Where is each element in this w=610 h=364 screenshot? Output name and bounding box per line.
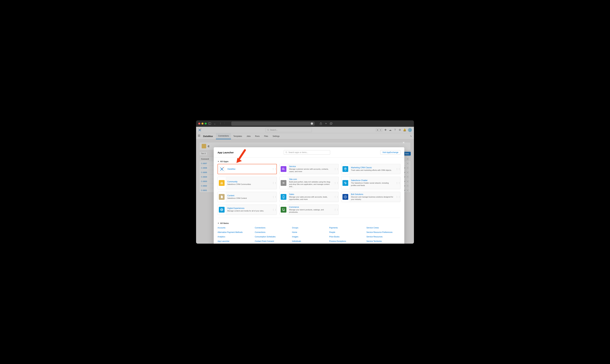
app-card-title: Commerce	[289, 206, 332, 208]
item-link[interactable]: App Launcher	[217, 240, 252, 242]
item-link[interactable]: Process Exceptions	[329, 240, 363, 242]
item-link[interactable]: Price Books	[329, 236, 363, 238]
app-card-salesforce-chatter[interactable]: Salesforce Chatter The Salesforce Chatte…	[341, 177, 400, 189]
app-card-description: The Salesforce Chatter social network, i…	[351, 182, 394, 187]
drag-handle-icon[interactable]: ⋮⋮	[396, 164, 400, 174]
app-card-service[interactable]: Service Manage customer service with acc…	[279, 164, 339, 174]
app-launcher-modal: × App Launcher Search apps or items... V…	[214, 147, 404, 244]
svg-point-22	[284, 210, 285, 211]
item-link[interactable]: Connections	[255, 231, 289, 233]
close-modal-icon[interactable]: ×	[403, 141, 405, 145]
address-bar[interactable]	[231, 121, 315, 126]
app-card-title: Content	[227, 195, 271, 197]
back-button[interactable]: 〈	[218, 122, 221, 125]
item-link[interactable]: People	[329, 231, 363, 233]
app-card-content[interactable]: Content Salesforce CRM Content ⋮⋮	[217, 192, 277, 202]
app-card-description: Manage customer service with accounts, c…	[289, 168, 332, 173]
chat-icon	[281, 166, 286, 172]
app-card-commerce[interactable]: Commerce Manage your store's products, c…	[279, 205, 339, 215]
Si-icon: Si	[281, 180, 286, 186]
svg-point-11	[221, 182, 222, 183]
share-icon[interactable]	[319, 122, 322, 125]
drag-handle-icon[interactable]: ⋮⋮	[334, 177, 339, 189]
forward-button: 〉	[224, 122, 227, 125]
svg-rect-5	[330, 123, 332, 124]
app-card-sales[interactable]: Sales Manage your sales process with acc…	[279, 192, 339, 202]
app-card-title: Marketing CRM Classic	[351, 167, 394, 169]
app-card-description: Discover and manage business solutions d…	[351, 196, 394, 201]
app-card-description: Salesforce CRM Communities	[227, 183, 271, 185]
search-placeholder-text: Search apps or items...	[288, 151, 308, 154]
svg-line-9	[287, 153, 287, 153]
svg-point-10	[345, 168, 346, 169]
sidebar-toggle-icon[interactable]	[208, 122, 211, 125]
item-link[interactable]: Service Resource Preferences	[366, 231, 400, 233]
chevron-down-icon[interactable]: ⌄	[213, 122, 216, 125]
drag-handle-icon[interactable]: ⋮⋮	[334, 205, 339, 215]
drag-handle-icon[interactable]: ⋮⋮	[272, 164, 276, 174]
app-card-title: Service	[289, 165, 332, 168]
all-apps-section-header[interactable]: ▼ All Apps	[217, 159, 400, 164]
app-card-title: Sales	[289, 193, 332, 195]
svg-rect-13	[221, 196, 222, 197]
app-card-digital-experiences[interactable]: Digital Experiences Manage content and m…	[217, 205, 277, 215]
drag-handle-icon[interactable]: ⋮⋮	[272, 177, 277, 189]
app-card-description: Manage your sales process with accounts,…	[289, 196, 332, 201]
svg-rect-4	[330, 123, 332, 125]
phone-icon	[281, 194, 286, 200]
app-card-title: Digital Experiences	[227, 207, 271, 209]
svg-point-8	[286, 152, 287, 153]
item-link[interactable]: Service Territories	[366, 240, 400, 242]
drag-handle-icon[interactable]: ⋮⋮	[272, 192, 277, 202]
app-card-description: Track sales and marketing efforts with C…	[351, 169, 394, 171]
app-card-site-com[interactable]: Si Site.com Build pixel-perfect, data-ri…	[279, 177, 339, 189]
maximize-window-button[interactable]	[205, 123, 207, 125]
globe-icon	[219, 207, 225, 213]
svg-rect-0	[209, 123, 211, 125]
all-items-section-header[interactable]: ▼ All Items	[217, 221, 400, 226]
app-launcher-search-input[interactable]: Search apps or items...	[284, 150, 330, 155]
item-link[interactable]: Contact Point Consent	[255, 240, 289, 242]
new-tab-icon[interactable]: +	[325, 122, 327, 125]
traffic-lights	[198, 123, 207, 125]
item-link[interactable]: Accounts	[217, 227, 252, 229]
item-link[interactable]: Consumption Schedules	[255, 236, 289, 238]
tabs-overview-icon[interactable]	[330, 122, 333, 125]
item-link[interactable]: Images	[292, 236, 326, 238]
drag-handle-icon[interactable]: ⋮⋮	[334, 192, 339, 202]
pulse-icon	[342, 180, 348, 186]
drag-handle-icon[interactable]: ⋮⋮	[272, 205, 277, 215]
modal-title: App Launcher	[217, 151, 234, 154]
app-card-community[interactable]: Community Salesforce CRM Communities ⋮⋮	[217, 177, 277, 189]
minimize-window-button[interactable]	[202, 123, 203, 125]
page-status-icon	[311, 122, 313, 125]
app-card-title: DataMax	[228, 168, 271, 170]
drag-handle-icon[interactable]: ⋮⋮	[334, 164, 339, 174]
app-card-datamax[interactable]: DataMax ⋮⋮	[217, 164, 277, 174]
close-window-button[interactable]	[198, 123, 200, 125]
app-card-title: Bolt Solutions	[351, 193, 394, 195]
drag-handle-icon[interactable]: ⋮⋮	[396, 192, 400, 202]
item-link[interactable]: Service Crews	[366, 227, 400, 229]
datamax-icon	[219, 166, 225, 172]
search-icon	[285, 151, 287, 153]
app-card-description: Manage content and media for all of your…	[227, 210, 271, 212]
app-card-title: Salesforce Chatter	[351, 179, 394, 182]
svg-point-21	[283, 210, 283, 211]
drag-handle-icon[interactable]: ⋮⋮	[396, 177, 400, 189]
item-link[interactable]: Groups	[292, 227, 326, 229]
item-link[interactable]: Payments	[329, 227, 363, 229]
item-link[interactable]: Service Resources	[366, 236, 400, 238]
visit-appexchange-button[interactable]: Visit AppExchange	[380, 150, 400, 155]
app-card-bolt-solutions[interactable]: Bolt Solutions Discover and manage busin…	[341, 192, 400, 202]
item-link[interactable]: Home	[292, 231, 326, 233]
item-link[interactable]: Connections	[255, 227, 289, 229]
app-card-marketing-crm-classic[interactable]: Marketing CRM Classic Track sales and ma…	[341, 164, 400, 174]
app-card-description: Salesforce CRM Content	[227, 197, 271, 199]
item-link[interactable]: Individuals	[292, 240, 326, 242]
app-card-description: Build pixel-perfect, data-rich websites …	[289, 181, 332, 188]
item-link[interactable]: Analytics	[217, 236, 252, 238]
bolt-icon	[342, 194, 348, 200]
item-link[interactable]: Alternative Payment Methods	[217, 231, 252, 233]
svg-rect-14	[221, 197, 222, 197]
